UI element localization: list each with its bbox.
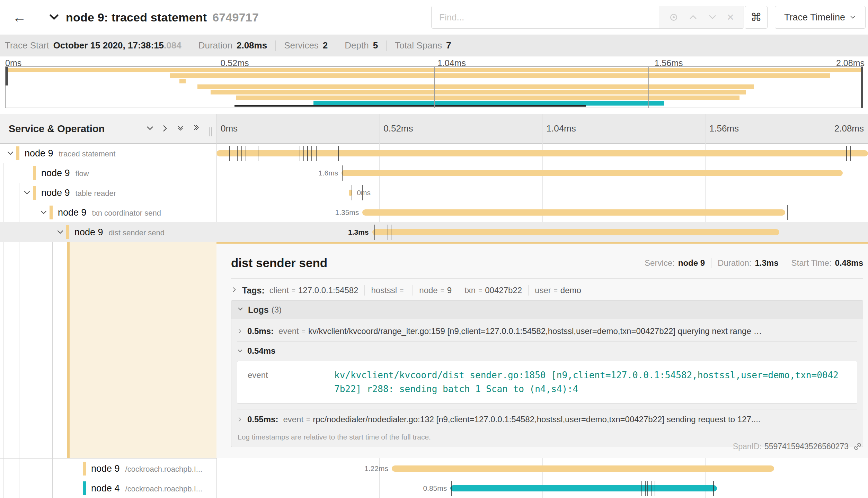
tag-value: 127.0.0.1:54582 (298, 286, 358, 295)
locate-icon[interactable] (668, 12, 679, 22)
log-tick-mark (850, 146, 851, 161)
chevron-up-icon[interactable] (688, 12, 698, 22)
tag-key: user (535, 286, 551, 295)
log-entry[interactable]: 0.5ms:event=kv/kvclient/kvcoord/range_it… (237, 321, 857, 341)
detail-meta-label: Service: (645, 258, 675, 268)
span-row-tree-cell[interactable]: node 9dist sender send (0, 222, 216, 242)
column-resize-grip[interactable] (209, 127, 212, 136)
collapse-all-icon[interactable] (176, 124, 185, 133)
span-service-name[interactable]: node 9/cockroach.roachpb.I... (91, 463, 202, 474)
log-field-key: event (283, 415, 303, 424)
span-duration-label: 1.22ms (364, 464, 388, 473)
span-row-timeline-cell[interactable]: 1.22ms (216, 459, 868, 478)
span-row-timeline-cell[interactable]: 0ms (216, 183, 868, 203)
span-service-name[interactable]: node 9flow (41, 168, 89, 179)
summary-value: 2 (323, 40, 328, 51)
span-operation-name: table reader (76, 189, 116, 197)
link-icon[interactable] (853, 442, 862, 451)
equals-sign: = (478, 287, 482, 294)
log-tick-mark (246, 146, 246, 161)
log-tick-mark (374, 225, 375, 240)
back-button[interactable]: ← (0, 0, 39, 35)
service-color-bar (66, 225, 69, 239)
span-service-name[interactable]: node 9table reader (41, 187, 116, 198)
span-duration-bar[interactable] (372, 229, 780, 235)
summary-label: Trace Start (5, 40, 49, 51)
span-service-name[interactable]: node 9txn coordinator send (58, 207, 161, 218)
span-row-tree-cell[interactable]: node 9txn coordinator send (0, 202, 216, 222)
expand-all-icon[interactable] (191, 124, 200, 133)
span-row-tree-cell[interactable]: node 9/cockroach.roachpb.I... (0, 459, 216, 478)
summary-label: Depth (345, 40, 369, 51)
chevron-down-icon[interactable] (23, 189, 31, 197)
minimap-left-scrubber[interactable] (6, 67, 8, 85)
span-row-tree-cell[interactable]: node 9traced statement (0, 144, 216, 163)
summary-item: Services2 (284, 40, 328, 51)
span-row-timeline-cell[interactable]: 1.6ms (216, 163, 868, 183)
log-tick-mark (388, 225, 388, 240)
chevron-down-icon[interactable] (708, 12, 717, 22)
tags-label: Tags: (242, 286, 265, 296)
summary-label: Total Spans (395, 40, 442, 51)
span-row-tree-cell[interactable]: node 9flow (0, 163, 216, 183)
tag-separator (413, 285, 413, 296)
summary-value: 2.08ms (237, 40, 267, 51)
collapse-header-chevron-icon[interactable] (48, 10, 62, 24)
span-duration-bar[interactable] (342, 170, 842, 176)
logs-count: (3) (272, 305, 282, 315)
log-timestamp: 0.54ms (247, 346, 275, 356)
tag-separator (364, 285, 365, 296)
span-duration-bar[interactable] (216, 150, 868, 156)
detail-meta-value: node 9 (678, 258, 705, 268)
summary-value: October 15 2020, 17:38:15 (53, 40, 164, 51)
span-duration-bar[interactable] (392, 465, 774, 472)
detail-meta-label: Start Time: (791, 258, 832, 268)
span-duration-label: 0ms (357, 189, 371, 197)
service-color-bar (33, 166, 36, 180)
tag-value: 00427b22 (485, 286, 522, 295)
log-timestamp: 0.5ms: (247, 326, 274, 336)
chevron-right-icon (231, 286, 238, 295)
log-entry[interactable]: 0.55ms:event=rpc/nodedialer/nodedialer.g… (237, 409, 857, 429)
keyboard-shortcuts-button[interactable]: ⌘ (745, 6, 768, 29)
find-input[interactable] (432, 6, 659, 28)
chevron-down-icon[interactable] (6, 149, 15, 157)
span-row: node 9dist sender send1.3ms (0, 222, 868, 242)
span-row-timeline-cell[interactable]: 1.35ms (216, 202, 868, 222)
chevron-right-icon (237, 416, 243, 423)
trace-view-selector[interactable]: Trace Timeline (775, 6, 866, 29)
span-operation-name: dist sender send (109, 228, 165, 237)
span-service-name[interactable]: node 4/cockroach.roachpb.I... (91, 483, 202, 494)
chevron-down-icon[interactable] (56, 228, 64, 236)
log-entry-expanded-header[interactable]: 0.54ms (237, 341, 857, 360)
log-field-key: event (278, 326, 299, 336)
detail-meta-value: 0.48ms (835, 258, 863, 268)
log-field-table: eventkv/kvclient/kvcoord/dist_sender.go:… (237, 361, 857, 404)
expand-one-icon[interactable] (161, 124, 170, 133)
span-service-name[interactable]: node 9dist sender send (74, 227, 165, 237)
equals-sign: = (302, 327, 305, 335)
minimap-divider (648, 67, 649, 108)
chevron-down-icon[interactable] (39, 208, 48, 217)
span-operation-name: /cockroach.roachpb.I... (125, 484, 203, 493)
log-tick-mark (241, 146, 242, 161)
summary-item: Total Spans7 (395, 40, 451, 51)
span-service-name[interactable]: node 9traced statement (25, 148, 115, 159)
span-row-timeline-cell[interactable] (216, 144, 868, 163)
logs-header[interactable]: Logs (3) (231, 301, 863, 319)
minimap-right-scrubber[interactable] (861, 67, 863, 108)
span-row-timeline-cell[interactable]: 1.3ms (216, 222, 868, 242)
span-duration-bar[interactable] (450, 485, 717, 491)
detail-meta-label: Duration: (718, 258, 751, 268)
log-field-value: kv/kvclient/kvcoord/range_iter.go:159 [n… (308, 326, 762, 336)
collapse-one-icon[interactable] (145, 124, 154, 133)
span-operation-name: flow (76, 169, 89, 178)
log-tick-mark (787, 205, 788, 220)
close-icon[interactable]: ✕ (727, 12, 734, 23)
span-row-timeline-cell[interactable]: 0.85ms (216, 478, 868, 498)
span-row-tree-cell[interactable]: node 9table reader (0, 183, 216, 203)
span-row-tree-cell[interactable]: node 4/cockroach.roachpb.I... (0, 478, 216, 498)
minimap-canvas[interactable] (5, 66, 863, 108)
span-duration-bar[interactable] (362, 209, 785, 216)
tags-section[interactable]: Tags: client=127.0.0.1:54582hostssl=node… (231, 282, 581, 298)
